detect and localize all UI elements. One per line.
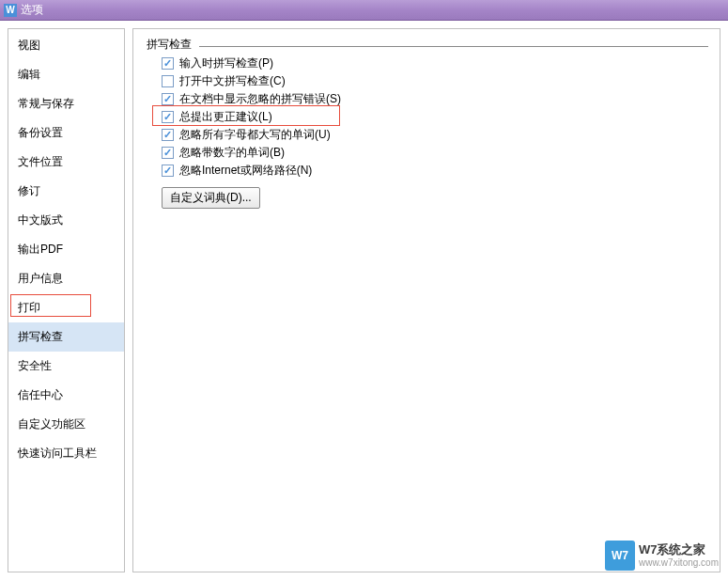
checkbox-row: 忽略Internet或网络路径(N) [145,162,708,180]
watermark-line1: W7系统之家 [639,542,719,557]
sidebar-item[interactable]: 打印 [8,293,124,322]
checkbox[interactable] [162,111,174,123]
checkbox-label: 在文档中显示忽略的拼写错误(S) [179,91,341,107]
checkbox[interactable] [162,147,174,159]
sidebar-item[interactable]: 快速访问工具栏 [8,439,124,468]
sidebar-item[interactable]: 视图 [8,31,124,60]
checkbox[interactable] [162,93,174,105]
sidebar: 视图编辑常规与保存备份设置文件位置修订中文版式输出PDF用户信息打印拼写检查安全… [8,28,125,572]
titlebar: W 选项 [0,0,728,21]
watermark-line2: www.w7xitong.com [639,557,719,569]
checkbox-label: 输入时拼写检查(P) [179,55,273,71]
group-label: 拼写检查 [145,37,194,53]
sidebar-item[interactable]: 编辑 [8,60,124,89]
group-divider [199,46,708,47]
checkbox-label: 总提出更正建议(L) [179,109,272,125]
checkbox-label: 忽略带数字的单词(B) [179,145,285,161]
checkbox-row: 总提出更正建议(L) [145,108,708,126]
watermark: W7 W7系统之家 www.w7xitong.com [605,541,719,571]
checkbox[interactable] [162,57,174,70]
sidebar-item[interactable]: 输出PDF [8,235,124,264]
sidebar-item[interactable]: 自定义功能区 [8,410,124,439]
sidebar-item[interactable]: 备份设置 [8,118,124,148]
sidebar-item[interactable]: 用户信息 [8,264,124,293]
checkbox-row: 打开中文拼写检查(C) [145,72,708,90]
checkbox-row: 忽略带数字的单词(B) [145,144,708,162]
checkbox-list: 输入时拼写检查(P)打开中文拼写检查(C)在文档中显示忽略的拼写错误(S)总提出… [145,55,708,180]
sidebar-item[interactable]: 文件位置 [8,148,124,177]
sidebar-item[interactable]: 拼写检查 [8,322,124,352]
checkbox[interactable] [162,75,174,87]
sidebar-item[interactable]: 信任中心 [8,381,124,410]
content-area: 视图编辑常规与保存备份设置文件位置修订中文版式输出PDF用户信息打印拼写检查安全… [0,21,728,580]
checkbox-row: 输入时拼写检查(P) [145,55,708,72]
app-icon: W [4,4,17,17]
sidebar-item[interactable]: 修订 [8,177,124,206]
checkbox[interactable] [162,165,174,177]
checkbox-row: 忽略所有字母都大写的单词(U) [145,126,708,144]
checkbox-label: 忽略Internet或网络路径(N) [179,163,312,179]
window-title: 选项 [21,2,43,18]
checkbox-label: 忽略所有字母都大写的单词(U) [179,127,331,143]
custom-dictionary-button[interactable]: 自定义词典(D)... [162,187,260,209]
main-panel: 拼写检查 输入时拼写检查(P)打开中文拼写检查(C)在文档中显示忽略的拼写错误(… [132,28,720,572]
sidebar-item[interactable]: 中文版式 [8,206,124,235]
watermark-text: W7系统之家 www.w7xitong.com [639,542,719,569]
checkbox-label: 打开中文拼写检查(C) [179,73,286,89]
sidebar-item[interactable]: 安全性 [8,352,124,381]
checkbox[interactable] [162,129,174,141]
watermark-icon: W7 [605,541,635,571]
sidebar-item[interactable]: 常规与保存 [8,89,124,118]
checkbox-row: 在文档中显示忽略的拼写错误(S) [145,90,708,108]
